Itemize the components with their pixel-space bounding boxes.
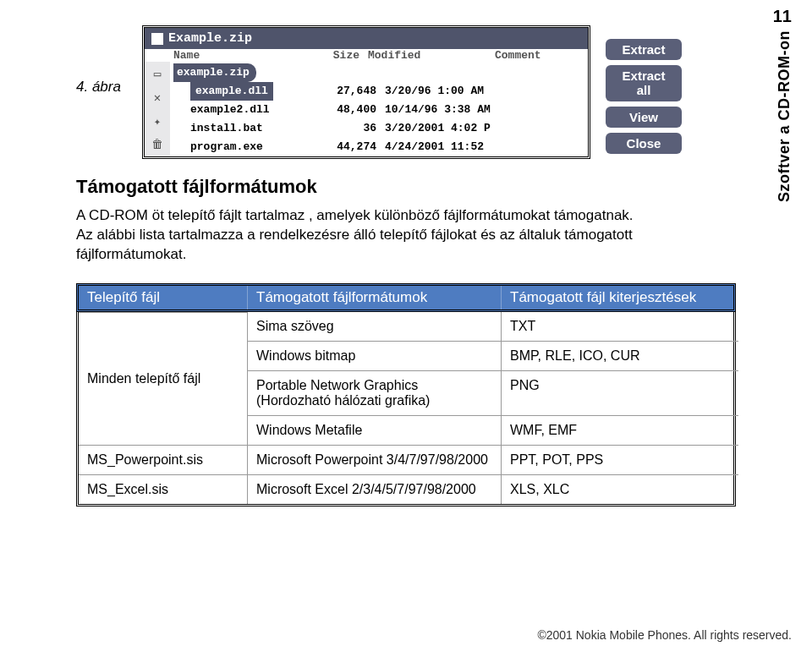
cell-format: Portable Network Graphics (Hordozható há… [248,370,502,415]
file-modified: 4/24/2001 11:52 [385,138,512,156]
figure-row: 4. ábra Example.zip Name Size Modified C… [76,25,736,159]
group-label: MS_Excel.sis [79,474,248,504]
list-item[interactable]: program.exe 44,274 4/24/2001 11:52 [173,138,588,156]
col-modified[interactable]: Modified [368,49,495,62]
table-header: Telepítő fájl Támogatott fájlformátumok … [76,283,736,312]
close-button[interactable]: Close [606,133,682,154]
th-installer: Telepítő fájl [79,286,248,309]
view-button[interactable]: View [606,107,682,128]
table-group: MS_Excel.sis Microsoft Excel 2/3/4/5/7/9… [79,474,733,504]
figure-label: 4. ábra [76,79,127,106]
archive-body: ▭ ✕ ✦ 🗑 example.zip example.dll 27,648 3… [145,62,588,156]
page-content: 4. ábra Example.zip Name Size Modified C… [0,0,812,515]
cell-ext: BMP, RLE, ICO, CUR [502,341,738,370]
table-body: Minden telepítő fájl Sima szöveg TXT Win… [76,312,736,506]
file-modified [368,63,495,82]
table-row: Windows bitmap BMP, RLE, ICO, CUR [248,341,738,370]
group-rows: Microsoft Powerpoint 3/4/7/97/98/2000 PP… [248,445,738,474]
table-row: Windows Metafile WMF, EMF [248,415,738,445]
list-item[interactable]: example2.dll 48,400 10/14/96 3:38 AM [173,101,588,119]
table-row: Sima szöveg TXT [248,312,738,341]
cell-format: Windows bitmap [248,341,502,370]
th-extensions: Támogatott fájl kiterjesztések [502,286,738,309]
file-name: install.bat [190,119,326,138]
extract-all-l1: Extract [616,68,672,83]
file-size: 36 [326,119,385,138]
cell-format: Windows Metafile [248,415,502,445]
file-name: example2.dll [190,101,326,119]
file-modified: 3/20/2001 4:02 P [385,119,512,138]
archive-title-bar: Example.zip [145,28,588,49]
extract-all-l2: all [616,83,672,97]
archive-window: Example.zip Name Size Modified Comment ▭… [142,25,590,159]
tool-icon[interactable]: ✕ [151,90,164,104]
group-label: MS_Powerpoint.sis [79,445,248,474]
disk-icon [151,33,163,45]
extract-button[interactable]: Extract [606,39,682,60]
list-item[interactable]: example.zip [173,63,588,82]
cell-ext: PPT, POT, PPS [502,445,738,474]
cell-ext: PNG [502,370,738,415]
archive-title: Example.zip [168,31,252,46]
file-size [309,63,368,82]
file-size: 27,648 [326,82,385,101]
copyright-footer: ©2001 Nokia Mobile Phones. All rights re… [537,628,792,642]
cell-format: Microsoft Powerpoint 3/4/7/97/98/2000 [248,445,502,474]
archive-columns: Name Size Modified Comment [145,49,588,62]
col-name[interactable]: Name [173,49,309,62]
cell-ext: TXT [502,312,738,341]
list-item[interactable]: install.bat 36 3/20/2001 4:02 P [173,119,588,138]
file-size: 48,400 [326,101,385,119]
trash-icon[interactable]: 🗑 [151,138,164,151]
group-label: Minden telepítő fájl [79,312,248,445]
table-group: MS_Powerpoint.sis Microsoft Powerpoint 3… [79,445,733,474]
col-comment[interactable]: Comment [495,49,571,62]
archive-sidebar: ▭ ✕ ✦ 🗑 [145,62,170,156]
group-rows: Sima szöveg TXT Windows bitmap BMP, RLE,… [248,312,738,445]
page-number: 11 [773,7,792,26]
side-label: Szoftver a CD-ROM-on [776,30,793,202]
table-row: Microsoft Powerpoint 3/4/7/97/98/2000 PP… [248,445,738,474]
file-size: 44,274 [326,138,385,156]
formats-table: Telepítő fájl Támogatott fájlformátumok … [76,283,736,506]
file-modified: 3/20/96 1:00 AM [385,82,512,101]
cell-format: Sima szöveg [248,312,502,341]
cell-ext: WMF, EMF [502,415,738,445]
key-icon[interactable]: ✦ [151,114,164,128]
table-row: Portable Network Graphics (Hordozható há… [248,370,738,415]
file-modified: 10/14/96 3:38 AM [385,101,512,119]
archive-buttons: Extract Extract all View Close [606,39,682,159]
cell-format: Microsoft Excel 2/3/4/5/7/97/98/2000 [248,474,502,504]
sort-icon[interactable]: ▭ [151,67,164,80]
extract-all-button[interactable]: Extract all [606,65,682,101]
archive-rows: example.zip example.dll 27,648 3/20/96 1… [170,62,588,156]
table-row: Microsoft Excel 2/3/4/5/7/97/98/2000 XLS… [248,474,738,504]
list-item[interactable]: example.dll 27,648 3/20/96 1:00 AM [173,82,588,101]
section-paragraph: A CD-ROM öt telepítő fájlt tartalmaz , a… [76,206,651,265]
table-group: Minden telepítő fájl Sima szöveg TXT Win… [79,312,733,445]
section-title: Támogatott fájlformátumok [76,176,736,198]
file-name: program.exe [190,138,326,156]
cell-ext: XLS, XLC [502,474,738,504]
file-name: example.zip [173,63,256,82]
file-name: example.dll [190,82,273,101]
group-rows: Microsoft Excel 2/3/4/5/7/97/98/2000 XLS… [248,474,738,504]
col-size[interactable]: Size [309,49,368,62]
th-formats: Támogatott fájlformátumok [248,286,502,309]
